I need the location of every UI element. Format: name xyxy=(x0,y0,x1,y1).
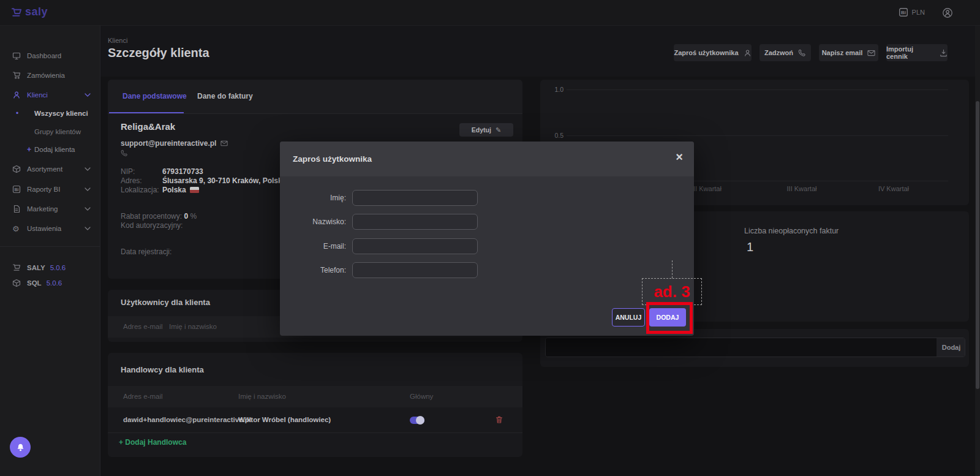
sidebar-item-dashboard[interactable]: Dashboard xyxy=(0,48,100,64)
cancel-button[interactable]: ANULUJ xyxy=(612,308,645,327)
sidebar-item-wszyscy-klienci[interactable]: • Wszyscy klienci xyxy=(0,106,100,121)
scrollbar-thumb[interactable] xyxy=(976,101,979,389)
discount-value: 0 xyxy=(184,212,188,221)
telefon-field[interactable] xyxy=(352,262,478,278)
person-icon xyxy=(12,91,21,99)
sidebar-item-asortyment[interactable]: Asortyment xyxy=(0,161,100,177)
plus-icon: + xyxy=(27,145,31,154)
registration-date-label: Data rejestracji: xyxy=(121,247,172,256)
app-window: saly Bi PLN Dashboard Zamówienia xyxy=(0,0,980,476)
envelope-icon xyxy=(867,49,875,57)
person-add-icon xyxy=(744,49,752,57)
cart-icon xyxy=(12,263,21,272)
phone-icon xyxy=(798,49,806,57)
import-pricelist-button[interactable]: Importuj cennik xyxy=(886,44,948,61)
column-header-email: Adres e-mail xyxy=(123,323,163,330)
phone-icon[interactable] xyxy=(121,149,128,157)
svg-text:Bi: Bi xyxy=(15,187,19,192)
sidebar-sql-version: SQL 5.0.6 xyxy=(0,275,100,291)
seller-email: dawid+handlowiec@pureinteractive.pl xyxy=(123,416,251,423)
top-bar: saly Bi PLN xyxy=(0,0,980,26)
breadcrumb[interactable]: Klienci xyxy=(108,37,127,44)
sidebar-item-dodaj-klienta[interactable]: + Dodaj klienta xyxy=(0,142,100,157)
sidebar: Dashboard Zamówienia Klienci • Wszyscy k… xyxy=(0,26,100,476)
tabs-bar: Dane podstawowe Dane do faktury xyxy=(108,80,522,114)
imie-field[interactable] xyxy=(352,190,478,206)
gear-icon: ⚙ xyxy=(12,224,21,233)
active-tab-underline xyxy=(109,112,184,113)
currency-label: PLN xyxy=(912,9,925,16)
nazwisko-field[interactable] xyxy=(352,214,478,230)
users-section-title: Użytkownicy dla klienta xyxy=(121,298,210,307)
add-item-input[interactable] xyxy=(546,338,937,357)
user-account-icon[interactable] xyxy=(942,7,953,18)
field-label-email: E-mail: xyxy=(280,242,346,251)
sidebar-item-ustawienia[interactable]: ⚙ Ustawienia xyxy=(0,221,100,236)
client-discount-block: Rabat procentowy: 0 % Kod autoryzacyjny: xyxy=(121,212,197,230)
x-tick-label: IV Kwartał xyxy=(875,185,912,192)
chevron-down-icon xyxy=(85,187,91,191)
tab-dane-do-faktury[interactable]: Dane do faktury xyxy=(197,92,253,100)
client-location: Polska xyxy=(162,186,186,194)
currency-icon: Bi xyxy=(899,7,908,17)
close-icon[interactable]: × xyxy=(676,150,683,164)
x-tick-label: III Kwartał xyxy=(783,185,820,192)
main-seller-toggle[interactable] xyxy=(410,417,424,424)
client-email-row: support@pureinteractive.pl xyxy=(121,139,228,148)
cube-icon xyxy=(12,279,21,287)
svg-text:Bi: Bi xyxy=(901,10,906,15)
tab-dane-podstawowe[interactable]: Dane podstawowe xyxy=(123,92,187,100)
y-tick-label: 1.0 xyxy=(549,86,564,93)
x-tick-label: II Kwartał xyxy=(689,185,726,192)
modal-header: Zaproś użytkownika × xyxy=(280,142,694,176)
invite-user-button[interactable]: Zaproś użytkownika xyxy=(674,44,752,61)
table-row: dawid+handlowiec@pureinteractive.pl Wikt… xyxy=(108,407,522,433)
envelope-icon xyxy=(221,140,228,147)
notifications-fab[interactable] xyxy=(10,437,31,458)
page-header: Klienci Szczegóły klienta Zaproś użytkow… xyxy=(100,26,980,77)
sidebar-item-zamowienia[interactable]: Zamówienia xyxy=(0,67,100,83)
chevron-down-icon xyxy=(85,93,91,97)
sidebar-item-grupy-klientow[interactable]: Grupy klientów xyxy=(0,124,100,139)
edit-button[interactable]: Edytuj ✎ xyxy=(459,123,513,137)
add-item-button[interactable]: Dodaj xyxy=(937,338,965,357)
poland-flag-icon xyxy=(190,187,199,193)
chevron-down-icon xyxy=(85,227,91,230)
currency-selector[interactable]: Bi PLN xyxy=(899,7,925,17)
column-header-email: Adres e-mail xyxy=(123,393,163,400)
email-field[interactable] xyxy=(352,238,478,254)
unpaid-invoices-label: Liczba nieopłaconych faktur xyxy=(744,227,839,235)
version-badge: 5.0.6 xyxy=(50,264,66,271)
field-label-imie: Imię: xyxy=(280,194,346,202)
download-icon xyxy=(940,49,948,57)
invite-user-modal: Zaproś użytkownika × Imię: Nazwisko: E-m… xyxy=(280,142,694,336)
document-icon xyxy=(12,205,21,213)
sidebar-item-marketing[interactable]: Marketing xyxy=(0,201,100,217)
y-tick-label: 0.5 xyxy=(549,132,564,139)
chevron-down-icon xyxy=(85,167,91,171)
app-logo-text: saly xyxy=(25,6,48,18)
call-button[interactable]: Zadzwoń xyxy=(760,44,811,61)
monitor-icon xyxy=(12,51,21,60)
column-header-main: Główny xyxy=(410,393,433,400)
client-email[interactable]: support@pureinteractive.pl xyxy=(121,139,216,148)
cube-icon xyxy=(12,165,21,173)
sidebar-divider xyxy=(0,246,100,247)
scrollbar-track[interactable] xyxy=(975,26,980,476)
sellers-section-title: Handlowcy dla klienta xyxy=(121,365,204,374)
app-logo[interactable]: saly xyxy=(11,6,48,18)
annotation-highlight-box xyxy=(646,302,693,334)
trash-icon[interactable] xyxy=(495,415,503,424)
client-name: Religa&Arak xyxy=(121,121,175,132)
sidebar-item-klienci[interactable]: Klienci xyxy=(0,87,100,103)
seller-name: Wiktor Wróbel (handlowiec) xyxy=(238,416,331,423)
sellers-table-header: Adres e-mail Imię i nazwisko Główny xyxy=(108,386,522,407)
write-email-button[interactable]: Napisz email xyxy=(819,44,878,61)
column-header-name: Imię i nazwisko xyxy=(238,393,286,400)
unpaid-invoices-value: 1 xyxy=(747,240,753,254)
annotation-label: ad. 3 xyxy=(654,282,690,301)
sidebar-item-raporty-bi[interactable]: Bi Raporty BI xyxy=(0,181,100,197)
pencil-icon: ✎ xyxy=(496,126,501,134)
gridline xyxy=(567,135,948,136)
add-seller-link[interactable]: + Dodaj Handlowca xyxy=(119,438,186,447)
